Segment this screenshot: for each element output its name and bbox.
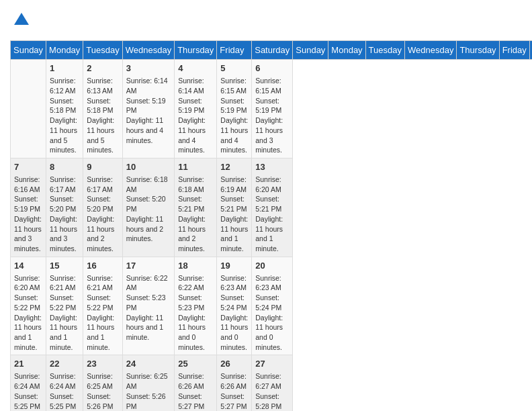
sunset-text: Sunset: 5:25 PM bbox=[50, 392, 76, 410]
calendar-cell: 8Sunrise: 6:17 AMSunset: 5:20 PMDaylight… bbox=[46, 158, 83, 257]
calendar-cell: 12Sunrise: 6:19 AMSunset: 5:21 PMDayligh… bbox=[217, 158, 252, 257]
sunrise-text: Sunrise: 6:27 AM bbox=[255, 372, 281, 390]
daylight-text: Daylight: 11 hours and 3 minutes. bbox=[50, 215, 77, 253]
calendar-cell: 1Sunrise: 6:12 AMSunset: 5:18 PMDaylight… bbox=[46, 60, 83, 158]
sunrise-text: Sunrise: 6:19 AM bbox=[220, 175, 247, 193]
daylight-text: Daylight: 11 hours and 4 minutes. bbox=[220, 116, 248, 154]
column-header-sunday: Sunday bbox=[293, 41, 328, 60]
sunrise-text: Sunrise: 6:12 AM bbox=[50, 77, 76, 95]
sunset-text: Sunset: 5:20 PM bbox=[50, 195, 76, 213]
calendar-cell: 18Sunrise: 6:22 AMSunset: 5:23 PMDayligh… bbox=[175, 257, 217, 355]
calendar-cell: 5Sunrise: 6:15 AMSunset: 5:19 PMDaylight… bbox=[217, 60, 252, 158]
sunset-text: Sunset: 5:26 PM bbox=[126, 392, 166, 410]
day-number: 21 bbox=[14, 358, 42, 370]
daylight-text: Daylight: 11 hours and 1 minute. bbox=[14, 314, 42, 351]
daylight-text: Daylight: 11 hours and 3 minutes. bbox=[14, 215, 42, 253]
calendar-cell: 22Sunrise: 6:24 AMSunset: 5:25 PMDayligh… bbox=[46, 355, 83, 411]
sunrise-text: Sunrise: 6:22 AM bbox=[126, 274, 168, 292]
sunset-text: Sunset: 5:23 PM bbox=[178, 293, 204, 312]
calendar-cell: 25Sunrise: 6:26 AMSunset: 5:27 PMDayligh… bbox=[175, 355, 217, 411]
sunset-text: Sunset: 5:18 PM bbox=[50, 97, 76, 115]
sunset-text: Sunset: 5:18 PM bbox=[87, 97, 113, 115]
calendar-cell: 6Sunrise: 6:15 AMSunset: 5:19 PMDaylight… bbox=[252, 60, 293, 158]
sunrise-text: Sunrise: 6:25 AM bbox=[126, 372, 168, 390]
daylight-text: Daylight: 11 hours and 3 minutes. bbox=[255, 116, 283, 154]
column-header-tuesday: Tuesday bbox=[365, 41, 404, 60]
day-number: 18 bbox=[178, 260, 213, 272]
day-number: 19 bbox=[220, 260, 248, 272]
day-number: 3 bbox=[126, 62, 171, 75]
sunrise-text: Sunrise: 6:23 AM bbox=[220, 274, 247, 292]
sunrise-text: Sunrise: 6:14 AM bbox=[178, 77, 204, 95]
sunset-text: Sunset: 5:24 PM bbox=[255, 293, 281, 312]
calendar-cell: 15Sunrise: 6:21 AMSunset: 5:22 PMDayligh… bbox=[46, 257, 83, 355]
daylight-text: Daylight: 11 hours and 4 minutes. bbox=[126, 116, 163, 144]
logo bbox=[10, 10, 32, 34]
calendar-cell: 16Sunrise: 6:21 AMSunset: 5:22 PMDayligh… bbox=[83, 257, 122, 355]
daylight-text: Daylight: 11 hours and 5 minutes. bbox=[87, 116, 114, 154]
daylight-text: Daylight: 11 hours and 0 minutes. bbox=[178, 314, 206, 351]
sunset-text: Sunset: 5:24 PM bbox=[220, 293, 247, 312]
sunset-text: Sunset: 5:22 PM bbox=[87, 293, 113, 312]
calendar-cell: 4Sunrise: 6:14 AMSunset: 5:19 PMDaylight… bbox=[175, 60, 217, 158]
calendar-cell: 26Sunrise: 6:26 AMSunset: 5:27 PMDayligh… bbox=[217, 355, 252, 411]
daylight-text: Daylight: 11 hours and 2 minutes. bbox=[126, 215, 163, 242]
page-header bbox=[10, 10, 522, 34]
calendar-week-row: 21Sunrise: 6:24 AMSunset: 5:25 PMDayligh… bbox=[11, 355, 533, 411]
day-number: 20 bbox=[255, 260, 289, 272]
sunset-text: Sunset: 5:19 PM bbox=[220, 97, 247, 115]
sunrise-text: Sunrise: 6:26 AM bbox=[220, 372, 247, 390]
column-header-wednesday: Wednesday bbox=[405, 41, 457, 60]
sunrise-text: Sunrise: 6:14 AM bbox=[126, 77, 168, 95]
daylight-text: Daylight: 11 hours and 1 minute. bbox=[220, 215, 248, 253]
column-header-friday: Friday bbox=[499, 41, 529, 60]
sunset-text: Sunset: 5:22 PM bbox=[50, 293, 76, 312]
sunset-text: Sunset: 5:26 PM bbox=[87, 392, 113, 410]
day-number: 13 bbox=[255, 161, 289, 173]
sunset-text: Sunset: 5:22 PM bbox=[14, 293, 40, 312]
column-header-thursday: Thursday bbox=[457, 41, 499, 60]
sunset-text: Sunset: 5:21 PM bbox=[178, 195, 204, 213]
sunrise-text: Sunrise: 6:17 AM bbox=[50, 175, 76, 193]
column-header-tuesday: Tuesday bbox=[83, 41, 122, 60]
column-header-saturday: Saturday bbox=[529, 41, 532, 60]
sunset-text: Sunset: 5:20 PM bbox=[87, 195, 113, 213]
day-number: 24 bbox=[126, 358, 171, 370]
day-number: 5 bbox=[220, 62, 248, 75]
daylight-text: Daylight: 11 hours and 2 minutes. bbox=[87, 215, 114, 253]
daylight-text: Daylight: 11 hours and 4 minutes. bbox=[178, 116, 206, 154]
column-header-thursday: Thursday bbox=[175, 41, 217, 60]
day-number: 16 bbox=[87, 260, 118, 272]
day-number: 23 bbox=[87, 358, 118, 370]
sunrise-text: Sunrise: 6:20 AM bbox=[255, 175, 281, 193]
daylight-text: Daylight: 11 hours and 1 minute. bbox=[126, 314, 163, 341]
calendar-cell: 13Sunrise: 6:20 AMSunset: 5:21 PMDayligh… bbox=[252, 158, 293, 257]
sunset-text: Sunset: 5:19 PM bbox=[14, 195, 40, 213]
sunset-text: Sunset: 5:27 PM bbox=[178, 392, 204, 410]
calendar-cell: 14Sunrise: 6:20 AMSunset: 5:22 PMDayligh… bbox=[11, 257, 46, 355]
sunrise-text: Sunrise: 6:16 AM bbox=[14, 175, 40, 193]
calendar-cell: 2Sunrise: 6:13 AMSunset: 5:18 PMDaylight… bbox=[83, 60, 122, 158]
sunrise-text: Sunrise: 6:21 AM bbox=[87, 274, 113, 292]
day-number: 14 bbox=[14, 260, 42, 272]
calendar-cell: 3Sunrise: 6:14 AMSunset: 5:19 PMDaylight… bbox=[122, 60, 174, 158]
sunrise-text: Sunrise: 6:15 AM bbox=[255, 77, 281, 95]
daylight-text: Daylight: 11 hours and 5 minutes. bbox=[50, 116, 77, 154]
sunrise-text: Sunrise: 6:17 AM bbox=[87, 175, 113, 193]
calendar-cell: 20Sunrise: 6:23 AMSunset: 5:24 PMDayligh… bbox=[252, 257, 293, 355]
column-header-friday: Friday bbox=[217, 41, 252, 60]
calendar-cell: 7Sunrise: 6:16 AMSunset: 5:19 PMDaylight… bbox=[11, 158, 46, 257]
calendar-cell: 17Sunrise: 6:22 AMSunset: 5:23 PMDayligh… bbox=[122, 257, 174, 355]
day-number: 15 bbox=[50, 260, 79, 272]
calendar-cell: 23Sunrise: 6:25 AMSunset: 5:26 PMDayligh… bbox=[83, 355, 122, 411]
daylight-text: Daylight: 11 hours and 1 minute. bbox=[87, 314, 114, 351]
day-number: 11 bbox=[178, 161, 213, 173]
sunset-text: Sunset: 5:19 PM bbox=[255, 97, 281, 115]
day-number: 4 bbox=[178, 62, 213, 75]
sunrise-text: Sunrise: 6:23 AM bbox=[255, 274, 281, 292]
svg-marker-0 bbox=[14, 13, 29, 25]
day-number: 22 bbox=[50, 358, 79, 370]
day-number: 1 bbox=[50, 62, 79, 75]
day-number: 27 bbox=[255, 358, 289, 370]
sunrise-text: Sunrise: 6:25 AM bbox=[87, 372, 113, 390]
